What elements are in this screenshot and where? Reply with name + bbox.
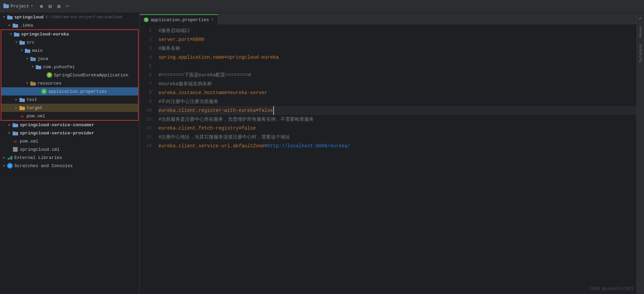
code-line-11: #当前服务是注册中心所在服务，负责维护所有服务实例，不需要检查服务: [158, 115, 637, 124]
folder-icon-eureka: [14, 31, 20, 37]
svg-rect-9: [19, 41, 22, 42]
label-pom-eureka: pom.xml: [27, 114, 45, 119]
maven-icon-eureka: m: [19, 113, 25, 119]
line-numbers: 1 2 3 4 5 6 7 8 9 10 11 12 13 14: [140, 25, 155, 294]
tree-item-pom-main[interactable]: ► m pom.xml: [0, 137, 139, 145]
label-app-properties: application.properties: [48, 89, 107, 94]
code-line-1: #服务启动端口: [158, 26, 637, 35]
scratches-icon: ✎: [7, 163, 13, 169]
label-consumer: springcloud-service-consumer: [20, 122, 94, 128]
right-panel: ✓ Maven Database: [637, 13, 644, 294]
folder-icon-resources: [30, 80, 36, 86]
label-resources: resources: [37, 81, 61, 86]
project-title[interactable]: Project ▼: [3, 3, 33, 10]
tree-item-main[interactable]: ▼ main: [1, 46, 138, 55]
eureka-section: ▼ springcloud-eureka ▼ src ▼: [1, 29, 139, 121]
arrow-consumer: ►: [7, 122, 12, 128]
label-com: com.yuhuofei: [43, 64, 75, 70]
sidebar: ▼ springcloud D:\IDEA\person-project\spr…: [0, 13, 140, 294]
label-scratches: Scratches and Consoles: [14, 163, 73, 168]
editor-area: ⚙ application.properties × 1 2 3 4 5 6 7…: [140, 13, 637, 294]
tree-item-springcloud[interactable]: ▼ springcloud D:\IDEA\person-project\spr…: [0, 13, 139, 21]
arrow-provider: ►: [7, 130, 12, 136]
tree-item-com[interactable]: ▼ com.yuhuofei: [1, 63, 138, 71]
svg-rect-23: [13, 123, 15, 124]
tree-item-test[interactable]: ► test: [1, 95, 138, 104]
arrow-ext-libs: ►: [1, 155, 7, 160]
svg-rect-1: [3, 3, 6, 5]
title-actions: ⊕ ⊟ ⚙ —: [40, 3, 70, 10]
tree-item-ext-libs[interactable]: ► External Libraries: [0, 153, 139, 162]
label-iml: springcloud.iml: [20, 147, 60, 152]
database-panel-tab[interactable]: Database: [638, 42, 643, 65]
project-label: Project: [11, 4, 29, 9]
svg-rect-25: [13, 131, 15, 133]
code-line-5: [158, 62, 637, 71]
arrow-eureka: ▼: [8, 31, 14, 37]
add-icon[interactable]: ⊕: [40, 3, 43, 10]
label-springcloud: springcloud: [14, 15, 44, 20]
tab-label: application.properties: [151, 17, 209, 23]
label-main: main: [32, 48, 43, 53]
svg-rect-11: [25, 49, 27, 50]
label-idea: .idea: [20, 23, 33, 28]
tree-item-app-properties[interactable]: ► ⚙ application.properties: [1, 87, 138, 95]
code-line-10: eureka.client.register-with-eureka=false: [158, 106, 637, 115]
code-line-8: eureka.instance.hostname=eureka-server: [158, 88, 637, 97]
tree-item-consumer[interactable]: ► springcloud-service-consumer: [0, 121, 139, 129]
tree-item-iml[interactable]: ► springcloud.iml: [0, 145, 139, 153]
ext-libs-icon: [7, 155, 13, 161]
folder-icon-main: [25, 47, 31, 54]
code-line-14: eureka.client.service-url.defaultZone=ht…: [158, 142, 637, 150]
tree-item-app[interactable]: ► S SpringCloudEurekaApplication: [1, 71, 138, 79]
code-line-9: #不向注册中心注册当前服务: [158, 97, 637, 106]
tab-application-properties[interactable]: ⚙ application.properties ×: [140, 14, 218, 25]
settings-icon[interactable]: ⚙: [57, 3, 61, 10]
code-line-3: #服务名称: [158, 44, 637, 53]
arrow-src: ▼: [14, 40, 19, 45]
minimize-icon[interactable]: —: [66, 3, 70, 10]
project-folder-icon: [3, 3, 9, 10]
svg-rect-21: [19, 106, 22, 107]
code-line-2: server.port=8000: [158, 35, 637, 44]
tab-close-button[interactable]: ×: [211, 17, 214, 22]
svg-rect-17: [30, 82, 33, 83]
code-content[interactable]: #服务启动端口 server.port=8000 #服务名称 spring.ap…: [155, 25, 637, 294]
spring-icon: S: [46, 72, 52, 78]
arrow-target: ►: [14, 105, 19, 111]
tree-item-provider[interactable]: ► springcloud-service-provider: [0, 129, 139, 137]
label-ext-libs: External Libraries: [14, 155, 62, 160]
arrow-test: ►: [14, 97, 19, 102]
code-line-6: #========下面是eureka配置========#: [158, 71, 637, 79]
properties-icon: ⚙: [41, 88, 47, 94]
check-icon: ✓: [639, 15, 642, 21]
tree-item-target[interactable]: ► target: [1, 104, 138, 112]
label-provider: springcloud-service-provider: [20, 131, 94, 136]
minus-icon[interactable]: ⊟: [48, 3, 52, 10]
code-editor[interactable]: 1 2 3 4 5 6 7 8 9 10 11 12 13 14 #服务启动端口: [140, 25, 637, 294]
sidebar-tree: ▼ springcloud D:\IDEA\person-project\spr…: [0, 13, 139, 294]
arrow-springcloud: ▼: [1, 14, 7, 20]
code-line-4: spring.application.name=springcloud-eure…: [158, 53, 637, 62]
arrow-java: ▼: [25, 56, 30, 61]
checkmark-area: ✓: [639, 15, 642, 21]
tree-item-java[interactable]: ▼ java: [1, 55, 138, 63]
tree-item-pom-eureka[interactable]: ► m pom.xml: [1, 112, 138, 120]
project-dropdown-icon[interactable]: ▼: [31, 4, 33, 8]
svg-rect-7: [14, 32, 16, 34]
tree-item-eureka[interactable]: ▼ springcloud-eureka: [1, 30, 138, 38]
arrow-resources: ▼: [25, 80, 30, 86]
arrow-main: ▼: [19, 48, 25, 53]
tree-item-scratches[interactable]: ► ✎ Scratches and Consoles: [0, 162, 139, 170]
tree-item-idea[interactable]: ► .idea: [0, 21, 139, 29]
label-pom-main: pom.xml: [20, 139, 39, 144]
maven-panel-tab[interactable]: Maven: [638, 23, 643, 40]
tree-item-resources[interactable]: ▼ resources: [1, 79, 138, 87]
tree-item-src[interactable]: ▼ src: [1, 38, 138, 46]
maven-icon-main: m: [12, 138, 18, 144]
tab-properties-icon: ⚙: [144, 17, 149, 22]
title-bar: Project ▼ ⊕ ⊟ ⚙ —: [0, 0, 644, 13]
folder-icon-springcloud: [7, 14, 13, 20]
svg-rect-5: [13, 24, 15, 25]
iml-icon: [12, 146, 18, 152]
